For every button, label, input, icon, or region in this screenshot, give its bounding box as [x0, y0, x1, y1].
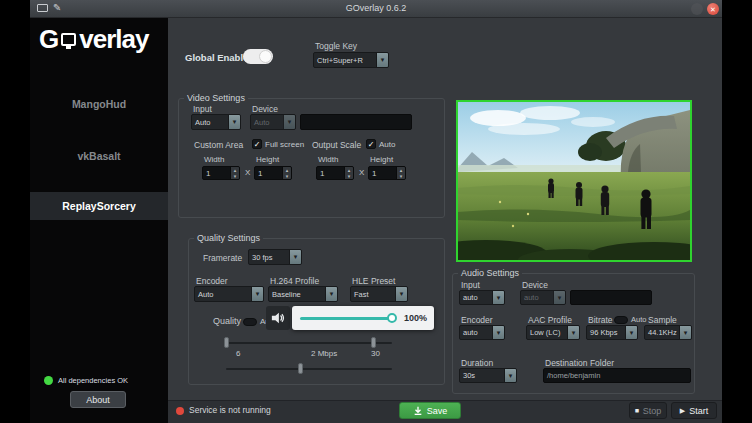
- audio-device-select[interactable]: auto ▾: [520, 290, 566, 305]
- bitrate-select[interactable]: 96 Kbps ▾: [586, 325, 638, 340]
- spin-down-icon[interactable]: ▾: [345, 173, 353, 179]
- hle-preset-select[interactable]: Fast ▾: [350, 286, 408, 302]
- output-scale-label: Output Scale: [312, 140, 361, 150]
- video-device-input[interactable]: [300, 114, 412, 130]
- speaker-icon: [271, 311, 285, 325]
- logo-text-suffix: verlay: [79, 24, 148, 55]
- dropdown-arrow-icon: ▾: [679, 326, 691, 339]
- bitrate-slider[interactable]: [226, 368, 392, 370]
- sample-label: Sample: [648, 315, 677, 325]
- full-screen-checkbox[interactable]: ✓ Full screen: [252, 139, 304, 149]
- close-button[interactable]: ✕: [707, 3, 719, 15]
- save-button[interactable]: Save: [399, 402, 461, 419]
- dropdown-arrow-icon: ▾: [553, 291, 565, 304]
- stop-button[interactable]: ■ Stop: [629, 402, 667, 419]
- volume-button[interactable]: [266, 306, 290, 330]
- dependencies-status-text: All dependencies OK: [58, 376, 128, 385]
- scale-width-spinbox[interactable]: 1 ▴▾: [316, 166, 354, 180]
- custom-width-spinbox[interactable]: 1 ▴▾: [202, 166, 240, 180]
- global-enable-toggle[interactable]: [243, 49, 273, 64]
- service-status-text: Service is not running: [189, 405, 271, 415]
- quality-range-slider[interactable]: [226, 342, 392, 344]
- titlebar[interactable]: ✎ GOverlay 0.6.2 ✕: [30, 0, 722, 18]
- start-button[interactable]: ▶ Start: [671, 402, 717, 419]
- audio-input-value: auto: [460, 291, 492, 304]
- dropdown-arrow-icon: ▾: [492, 291, 504, 304]
- audio-encoder-select[interactable]: auto ▾: [459, 325, 505, 340]
- dropdown-arrow-icon: ▾: [289, 250, 301, 264]
- framerate-value: 30 fps: [249, 250, 289, 264]
- destination-folder-value: /home/benjamin: [547, 371, 600, 380]
- aac-profile-label: AAC Profile: [528, 315, 572, 325]
- bitrate-label: Bitrate: [588, 315, 613, 325]
- quality-min-handle[interactable]: [224, 337, 229, 348]
- stop-button-label: Stop: [643, 406, 662, 416]
- destination-folder-input[interactable]: /home/benjamin: [543, 368, 691, 383]
- audio-encoder-label: Encoder: [461, 315, 493, 325]
- custom-height-value: 1: [255, 167, 282, 179]
- dropdown-arrow-icon: ▾: [504, 369, 516, 382]
- video-settings-title: Video Settings: [184, 93, 248, 103]
- sidebar-item-vkbasalt[interactable]: vkBasalt: [30, 142, 168, 170]
- sample-value: 44.1KHz: [645, 326, 679, 339]
- h264-profile-label: H.264 Profile: [270, 276, 319, 286]
- h264-profile-select[interactable]: Baseline ▾: [268, 286, 338, 302]
- sample-select[interactable]: 44.1KHz ▾: [644, 325, 692, 340]
- hle-preset-label: HLE Preset: [352, 276, 395, 286]
- scale-width-label: Width: [318, 155, 338, 164]
- minimize-button[interactable]: [691, 3, 703, 15]
- destination-folder-label: Destination Folder: [545, 358, 614, 368]
- audio-device-label: Device: [522, 280, 548, 290]
- custom-area-label: Custom Area: [194, 140, 243, 150]
- spin-down-icon[interactable]: ▾: [397, 173, 405, 179]
- audio-input-select[interactable]: auto ▾: [459, 290, 505, 305]
- dropdown-arrow-icon: ▾: [625, 326, 637, 339]
- audio-input-label: Input: [461, 280, 480, 290]
- quality-min-label: 6: [236, 349, 240, 358]
- dropdown-arrow-icon: ▾: [251, 287, 263, 301]
- duration-value: 30s: [460, 369, 504, 382]
- game-preview-image: [458, 102, 690, 260]
- encoder-label: Encoder: [196, 276, 228, 286]
- window-title: GOverlay 0.6.2: [30, 3, 722, 13]
- custom-width-value: 1: [203, 167, 230, 179]
- save-button-label: Save: [427, 406, 448, 416]
- full-screen-label: Full screen: [265, 140, 304, 149]
- dropdown-arrow-icon: ▾: [492, 326, 504, 339]
- audio-settings-title: Audio Settings: [458, 268, 522, 278]
- dropdown-arrow-icon: ▾: [283, 115, 295, 129]
- bitrate-auto-toggle[interactable]: Auto: [614, 315, 646, 324]
- toggle-pill-icon: [614, 316, 628, 324]
- check-icon: ✓: [252, 139, 262, 149]
- output-scale-auto-checkbox[interactable]: ✓ Auto: [366, 139, 395, 149]
- encoder-select[interactable]: Auto ▾: [194, 286, 264, 302]
- scale-height-spinbox[interactable]: 1 ▴▾: [368, 166, 406, 180]
- bitrate-value: 96 Kbps: [587, 326, 625, 339]
- app-window: ✎ GOverlay 0.6.2 ✕ G verlay MangoHud vkB…: [30, 0, 722, 423]
- quality-max-handle[interactable]: [371, 337, 376, 348]
- spin-down-icon[interactable]: ▾: [283, 173, 291, 179]
- volume-slider-handle[interactable]: [387, 313, 397, 323]
- encoder-value: Auto: [195, 287, 251, 301]
- spin-down-icon[interactable]: ▾: [231, 173, 239, 179]
- sidebar-item-mangohud[interactable]: MangoHud: [30, 90, 168, 118]
- bitrate-slider-handle[interactable]: [298, 363, 303, 374]
- framerate-select[interactable]: 30 fps ▾: [248, 249, 302, 265]
- video-input-select[interactable]: Auto ▾: [191, 114, 241, 130]
- duration-select[interactable]: 30s ▾: [459, 368, 517, 383]
- close-icon: ✕: [710, 6, 716, 13]
- toggle-key-value: Ctrl+Super+R: [314, 53, 376, 67]
- aac-profile-select[interactable]: Low (LC) ▾: [526, 325, 580, 340]
- service-status-dot-icon: [176, 407, 184, 415]
- custom-height-spinbox[interactable]: 1 ▴▾: [254, 166, 292, 180]
- dropdown-arrow-icon: ▾: [325, 287, 337, 301]
- sidebar-item-replaysorcery[interactable]: ReplaySorcery: [30, 192, 168, 220]
- scale-height-label: Height: [370, 155, 393, 164]
- about-button[interactable]: About: [70, 391, 126, 408]
- dropdown-arrow-icon: ▾: [376, 53, 388, 67]
- audio-device-input[interactable]: [570, 290, 652, 305]
- video-device-select[interactable]: Auto ▾: [250, 114, 296, 130]
- volume-slider[interactable]: [300, 317, 392, 320]
- toggle-key-select[interactable]: Ctrl+Super+R ▾: [313, 52, 389, 68]
- stop-icon: ■: [635, 407, 639, 414]
